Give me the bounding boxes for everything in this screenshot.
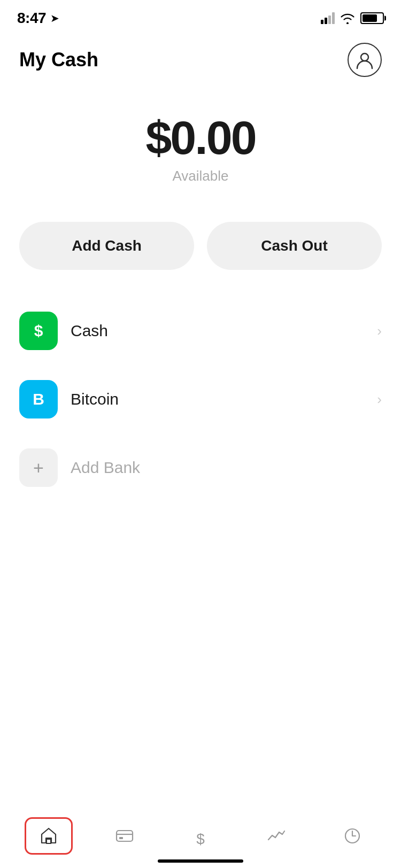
home-indicator: [158, 859, 243, 863]
account-list: $ Cash › B Bitcoin › + Add Bank: [0, 297, 401, 502]
cash-out-button[interactable]: Cash Out: [207, 222, 382, 270]
nav-card[interactable]: [101, 817, 149, 855]
svg-point-0: [361, 53, 368, 61]
nav-history[interactable]: [328, 817, 376, 855]
battery-icon: [360, 12, 384, 24]
status-bar: 8:47 ➤: [0, 0, 401, 32]
header: My Cash: [0, 32, 401, 88]
page-title: My Cash: [19, 49, 98, 71]
balance-section: $0.00 Available: [0, 88, 401, 200]
cash-account-item[interactable]: $ Cash ›: [19, 297, 382, 365]
nav-home[interactable]: [25, 817, 73, 855]
bitcoin-icon: B: [19, 380, 58, 418]
svg-rect-1: [47, 839, 51, 843]
bitcoin-chevron-icon: ›: [377, 391, 382, 408]
balance-label: Available: [172, 168, 228, 184]
add-bank-icon: +: [19, 448, 58, 487]
home-icon: [38, 826, 59, 846]
nav-dollar[interactable]: $: [176, 817, 225, 855]
balance-amount: $0.00: [145, 114, 255, 161]
add-cash-button[interactable]: Add Cash: [19, 222, 194, 270]
location-icon: ➤: [50, 12, 59, 25]
cash-icon: $: [19, 312, 58, 350]
nav-activity[interactable]: [252, 817, 300, 855]
cash-label: Cash: [71, 322, 377, 340]
bottom-nav: $: [0, 804, 401, 868]
svg-rect-3: [117, 831, 133, 841]
bitcoin-label: Bitcoin: [71, 390, 377, 408]
add-bank-item[interactable]: + Add Bank: [19, 433, 382, 502]
status-icons: [321, 12, 384, 24]
wifi-icon: [340, 12, 355, 24]
add-bank-label: Add Bank: [71, 459, 382, 477]
bitcoin-account-item[interactable]: B Bitcoin ›: [19, 365, 382, 433]
signal-icon: [321, 12, 335, 24]
history-icon: [342, 826, 363, 846]
profile-button[interactable]: [348, 43, 382, 77]
card-icon: [114, 826, 135, 846]
svg-text:$: $: [196, 831, 205, 846]
cash-chevron-icon: ›: [377, 323, 382, 339]
action-buttons: Add Cash Cash Out: [0, 200, 401, 297]
status-time: 8:47: [17, 10, 46, 27]
activity-icon: [266, 826, 287, 846]
svg-rect-5: [119, 837, 123, 839]
dollar-icon: $: [190, 826, 211, 846]
